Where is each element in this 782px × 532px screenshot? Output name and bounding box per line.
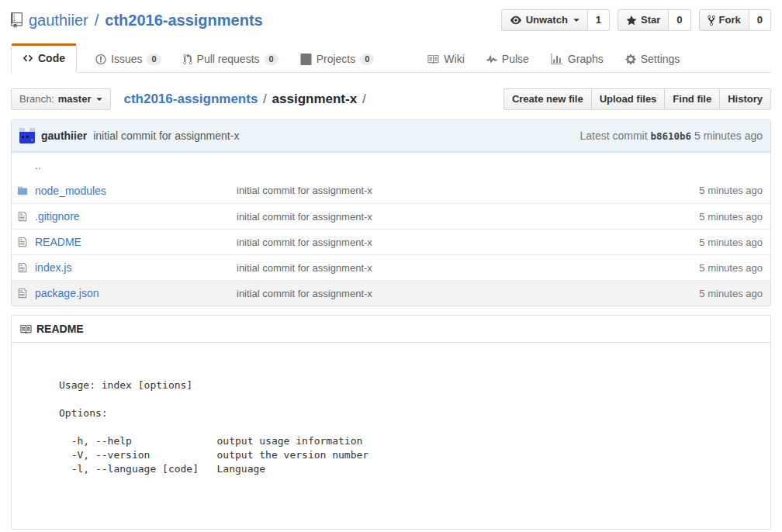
repo-actions: Unwatch 1 Star 0 [501,9,771,31]
file-action-buttons: Create new file Upload files Find file H… [503,88,771,110]
project-icon [300,54,312,65]
fork-button[interactable]: Fork [699,9,749,31]
repo-title: gauthiier / cth2016-assignments [11,12,263,29]
up-directory-link[interactable]: .. [35,159,237,171]
readme-box: README Usage: index [options] Options: -… [11,315,771,530]
title-separator: / [95,12,99,29]
file-age: 5 minutes ago [654,185,770,196]
commit-sha-link[interactable]: b8610b6 [650,130,691,142]
commit-time: 5 minutes ago [694,130,763,142]
find-file-button[interactable]: Find file [664,88,719,110]
repo-nav: Code Issues 0 Pull requests 0 P [11,43,771,73]
commit-author-link[interactable]: gauthiier [41,130,87,142]
table-row[interactable]: node_modules initial commit for assignme… [12,178,770,203]
file-navigation: Branch: master cth2016-assignments / ass… [11,88,771,110]
breadcrumb-repo-link[interactable]: cth2016-assignments [123,92,258,106]
readme-body: Usage: index [options] Options: -h, --he… [12,343,770,529]
eye-icon [510,15,522,26]
file-link[interactable]: README [35,236,237,248]
tab-code[interactable]: Code [11,43,77,73]
table-row[interactable]: README initial commit for assignment-x 5… [12,229,770,254]
repo-link[interactable]: cth2016-assignments [105,12,262,29]
code-icon [22,53,33,64]
table-row[interactable]: index.js initial commit for assignment-x… [12,254,770,280]
tab-projects[interactable]: Projects 0 [289,45,386,73]
file-link[interactable]: package.json [35,287,237,299]
page-header: gauthiier / cth2016-assignments Unwatch [11,0,771,73]
latest-commit-bar: gauthiier initial commit for assignment-… [12,120,770,152]
git-pull-request-icon [183,54,192,65]
file-icon [18,211,27,222]
issue-opened-icon [95,54,106,65]
file-commit-message-link[interactable]: initial commit for assignment-x [237,211,372,223]
create-new-file-button[interactable]: Create new file [503,88,591,110]
book-icon [427,54,439,65]
projects-count-badge: 0 [360,54,374,65]
file-age: 5 minutes ago [654,211,770,223]
fork-icon [708,15,715,26]
table-row[interactable]: package.json initial commit for assignme… [12,280,770,306]
file-link[interactable]: node_modules [35,185,237,197]
file-age: 5 minutes ago [654,237,770,248]
repo-icon [11,12,22,28]
latest-commit-meta: Latest commit b8610b6 5 minutes ago [580,130,763,142]
file-icon [18,237,27,247]
tab-pull-requests[interactable]: Pull requests 0 [172,45,289,73]
breadcrumb: cth2016-assignments / assignment-x / [123,92,367,107]
tab-graphs[interactable]: Graphs [540,45,614,73]
book-icon [19,323,32,335]
gear-icon [625,54,636,65]
tab-wiki[interactable]: Wiki [416,45,475,73]
unwatch-button[interactable]: Unwatch [501,9,588,31]
branch-select-button[interactable]: Branch: master [11,88,111,110]
caret-down-icon [573,16,580,24]
commit-message-link[interactable]: initial commit for assignment-x [93,130,239,142]
owner-link[interactable]: gauthiier [29,12,88,29]
tab-pulse[interactable]: Pulse [476,45,540,73]
file-link[interactable]: .gitignore [35,210,237,223]
file-commit-message-link[interactable]: initial commit for assignment-x [237,185,372,196]
file-icon [18,288,27,299]
file-commit-message-link[interactable]: initial commit for assignment-x [237,262,372,274]
star-icon [626,15,637,26]
graph-icon [551,54,563,65]
readme-header: README [12,316,770,343]
tab-settings[interactable]: Settings [614,45,691,73]
stars-count[interactable]: 0 [669,9,690,31]
forks-count[interactable]: 0 [749,9,771,31]
star-button[interactable]: Star [618,9,669,31]
file-commit-message-link[interactable]: initial commit for assignment-x [237,288,372,299]
pull-requests-count-badge: 0 [265,54,279,65]
history-button[interactable]: History [719,88,771,110]
pulse-icon [486,54,497,65]
files-box: gauthiier initial commit for assignment-… [11,119,771,306]
table-row-up: .. [12,152,770,178]
folder-icon [17,185,28,196]
readme-content: Usage: index [options] Options: -h, --he… [47,366,735,489]
breadcrumb-current-dir: assignment-x [272,92,358,106]
upload-files-button[interactable]: Upload files [591,88,665,110]
issues-count-badge: 0 [147,54,161,65]
file-commit-message-link[interactable]: initial commit for assignment-x [237,237,372,248]
caret-down-icon [96,95,102,103]
file-age: 5 minutes ago [654,262,770,274]
file-icon [18,262,27,273]
avatar[interactable] [19,128,35,143]
table-row[interactable]: .gitignore initial commit for assignment… [12,203,770,229]
watchers-count[interactable]: 1 [588,9,610,31]
file-link[interactable]: index.js [35,261,237,274]
readme-title: README [36,323,84,335]
tab-issues[interactable]: Issues 0 [85,45,172,73]
file-age: 5 minutes ago [654,288,770,299]
